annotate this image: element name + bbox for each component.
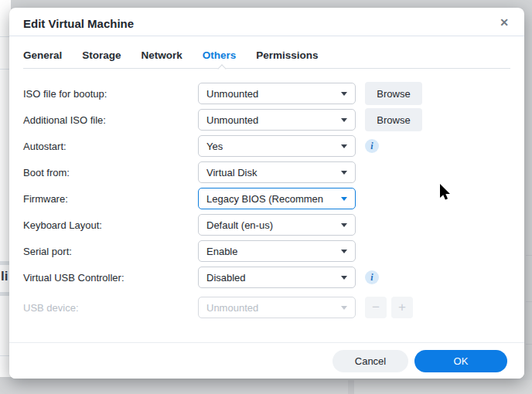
background-seam [348, 380, 354, 394]
iso-bootup-select[interactable]: Unmounted [198, 83, 356, 104]
chevron-down-icon [341, 118, 347, 122]
chevron-down-icon [341, 144, 347, 148]
background-divider [526, 255, 532, 256]
chevron-down-icon [341, 171, 347, 175]
iso-bootup-value: Unmounted [206, 88, 258, 100]
close-icon[interactable]: ✕ [496, 15, 512, 30]
additional-iso-value: Unmounted [206, 114, 258, 126]
chevron-down-icon [341, 197, 347, 201]
autostart-value: Yes [206, 141, 223, 152]
edit-virtual-machine-dialog: Edit Virtual Machine ✕ General Storage N… [9, 8, 524, 379]
usb-device-select: Unmounted [198, 297, 356, 318]
boot-from-row: Boot from: Virtual Disk [9, 161, 524, 183]
keyboard-layout-row: Keyboard Layout: Default (en-us) [9, 214, 524, 236]
virtual-usb-controller-label: Virtual USB Controller: [23, 272, 198, 284]
chevron-down-icon [341, 92, 347, 96]
firmware-row: Firmware: Legacy BIOS (Recommen [9, 188, 524, 209]
virtual-usb-controller-info-icon[interactable]: i [365, 270, 379, 284]
iso-bootup-row: ISO file for bootup: Unmounted Browse [9, 83, 524, 104]
dialog-title: Edit Virtual Machine [23, 17, 134, 30]
active-tab-notch [217, 64, 226, 73]
add-usb-device-button: + [391, 297, 413, 318]
usb-device-value: Unmounted [206, 302, 258, 314]
usb-device-label: USB device: [23, 302, 198, 314]
tab-bar: General Storage Network Others Permissio… [23, 36, 510, 69]
chevron-down-icon [341, 223, 347, 227]
additional-iso-label: Additional ISO file: [23, 114, 198, 126]
serial-port-select[interactable]: Enable [198, 240, 356, 262]
iso-bootup-browse-button[interactable]: Browse [365, 82, 422, 105]
background-divider [526, 301, 532, 302]
tab-general[interactable]: General [23, 49, 62, 61]
autostart-label: Autostart: [23, 141, 198, 152]
serial-port-value: Enable [206, 246, 237, 257]
background-strip-bottom [0, 380, 532, 394]
keyboard-layout-select[interactable]: Default (en-us) [198, 214, 356, 236]
additional-iso-browse-button[interactable]: Browse [365, 108, 422, 131]
dialog-footer: Cancel OK [9, 342, 524, 379]
cancel-button[interactable]: Cancel [332, 350, 408, 372]
boot-from-value: Virtual Disk [206, 167, 257, 178]
iso-bootup-label: ISO file for bootup: [23, 88, 198, 100]
boot-from-select[interactable]: Virtual Disk [198, 161, 356, 183]
virtual-usb-controller-select[interactable]: Disabled [198, 267, 356, 288]
tab-storage[interactable]: Storage [82, 49, 121, 61]
keyboard-layout-value: Default (en-us) [206, 219, 273, 231]
autostart-select[interactable]: Yes [198, 135, 356, 157]
autostart-info-icon[interactable]: i [365, 139, 379, 153]
firmware-label: Firmware: [23, 193, 198, 205]
serial-port-label: Serial port: [23, 246, 198, 257]
additional-iso-row: Additional ISO file: Unmounted Browse [9, 109, 524, 131]
background-clipped-text: li [1, 269, 8, 284]
virtual-usb-controller-value: Disabled [206, 272, 246, 284]
serial-port-row: Serial port: Enable [9, 240, 524, 262]
tab-others[interactable]: Others [203, 49, 237, 61]
autostart-row: Autostart: Yes i [9, 135, 524, 157]
usb-device-row: USB device: Unmounted − + [9, 297, 524, 318]
keyboard-layout-label: Keyboard Layout: [23, 219, 198, 231]
tab-permissions[interactable]: Permissions [256, 49, 318, 61]
others-tab-form: ISO file for bootup: Unmounted Browse Ad… [9, 83, 524, 318]
chevron-down-icon [341, 306, 347, 310]
background-strip-bottom-right [354, 380, 532, 394]
additional-iso-select[interactable]: Unmounted [198, 109, 356, 131]
chevron-down-icon [341, 276, 347, 280]
virtual-usb-controller-row: Virtual USB Controller: Disabled i [9, 267, 524, 288]
chevron-down-icon [341, 250, 347, 253]
dialog-header: Edit Virtual Machine ✕ [9, 8, 524, 36]
firmware-select[interactable]: Legacy BIOS (Recommen [198, 188, 356, 209]
boot-from-label: Boot from: [23, 167, 198, 178]
tab-network[interactable]: Network [142, 49, 182, 61]
background-divider [526, 344, 532, 345]
ok-button[interactable]: OK [414, 350, 507, 372]
remove-usb-device-button: − [365, 297, 387, 318]
firmware-value: Legacy BIOS (Recommen [206, 193, 323, 205]
